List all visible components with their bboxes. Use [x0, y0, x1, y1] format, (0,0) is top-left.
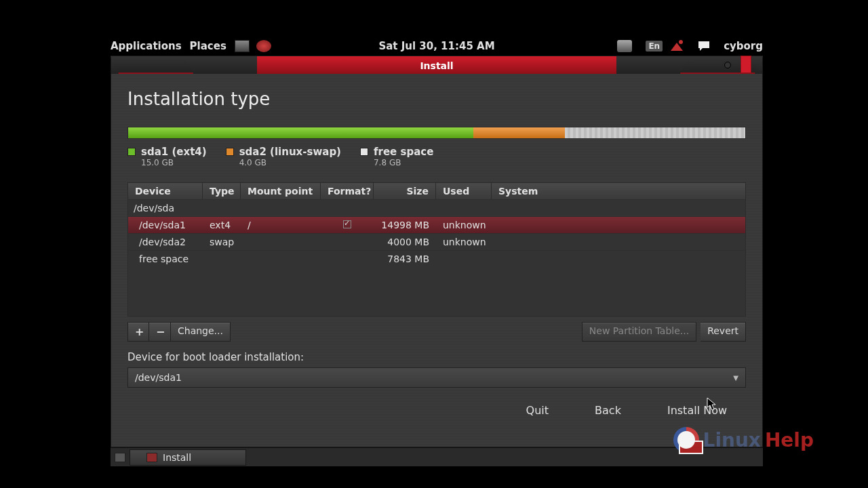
legend-item: sda1 (ext4)15.0 GB [127, 146, 207, 167]
add-partition-button[interactable]: + [127, 322, 149, 342]
partition-segment [128, 127, 473, 138]
legend-label: sda2 (linux-swap) [239, 146, 341, 158]
install-now-button[interactable]: Install Now [648, 400, 746, 421]
legend-swatch [127, 148, 136, 156]
cell-format [321, 251, 374, 267]
legend-item: sda2 (linux-swap)4.0 GB [226, 146, 341, 167]
cell-size [374, 200, 436, 216]
remove-partition-button[interactable]: − [149, 322, 171, 342]
cell-type [203, 251, 241, 267]
menu-places[interactable]: Places [190, 40, 226, 52]
legend-size: 15.0 GB [141, 158, 207, 167]
table-row[interactable]: /dev/sda1 ext4 / 14998 MB unknown [128, 216, 745, 233]
menu-applications[interactable]: Applications [111, 40, 182, 52]
taskbar-item-label: Install [163, 452, 191, 463]
chat-icon[interactable] [698, 40, 710, 52]
col-size: Size [374, 183, 436, 199]
user-menu[interactable]: cyborg [724, 40, 763, 52]
network-icon[interactable] [669, 40, 684, 52]
cell-type [203, 200, 241, 216]
col-used: Used [436, 183, 492, 199]
cell-device: free space [128, 251, 203, 267]
cell-system [492, 200, 745, 216]
page-title: Installation type [127, 89, 746, 109]
keyboard-layout-indicator[interactable]: En [646, 41, 663, 52]
legend-item: free space7.8 GB [360, 146, 433, 167]
cell-device: /dev/sda1 [128, 217, 203, 233]
col-system: System [492, 183, 745, 199]
col-format: Format? [321, 183, 374, 199]
back-button[interactable]: Back [576, 400, 640, 421]
cell-used: unknown [436, 217, 492, 233]
cell-size: 7843 MB [374, 251, 436, 267]
bootloader-device-select[interactable]: /dev/sda1 ▼ [127, 367, 746, 388]
taskbar-item-install[interactable]: Install [130, 449, 246, 466]
panel-icon-1[interactable] [235, 40, 250, 52]
window-title: Install [257, 56, 616, 74]
partition-usage-bar [127, 127, 746, 139]
watermark-logo-icon [673, 427, 699, 453]
revert-button[interactable]: Revert [701, 322, 746, 342]
wizard-footer: Quit Back Install Now [127, 400, 746, 421]
partition-table[interactable]: Device Type Mount point Format? Size Use… [127, 182, 746, 317]
cell-device: /dev/sda [128, 200, 203, 216]
legend-size: 4.0 GB [239, 158, 341, 167]
cell-system [492, 234, 745, 250]
table-row[interactable]: /dev/sda [128, 199, 745, 216]
cell-size: 4000 MB [374, 234, 436, 250]
legend-swatch [226, 148, 234, 156]
cell-mount [241, 251, 321, 267]
cell-device: /dev/sda2 [128, 234, 203, 250]
cell-type: ext4 [203, 217, 241, 233]
change-partition-button[interactable]: Change... [171, 322, 231, 342]
legend-size: 7.8 GB [374, 158, 433, 167]
checkbox-checked-icon[interactable] [343, 220, 351, 228]
installer-window: Install Installation type sda1 (ext4)15.… [111, 56, 763, 447]
legend-swatch [360, 148, 368, 156]
quit-button[interactable]: Quit [507, 400, 568, 421]
cell-mount [241, 200, 321, 216]
new-partition-table-button[interactable]: New Partition Table... [582, 322, 696, 342]
top-panel: Applications Places Sat Jul 30, 11:45 AM… [111, 37, 763, 55]
bottom-taskbar: Install [111, 447, 763, 466]
window-minimize-icon[interactable] [724, 62, 731, 68]
table-row[interactable]: free space 7843 MB [128, 250, 745, 267]
partition-toolbar: + − Change... New Partition Table... Rev… [127, 322, 746, 342]
cell-system [492, 251, 745, 267]
cell-mount: / [241, 217, 321, 233]
cell-format [321, 234, 374, 250]
bootloader-device-value: /dev/sda1 [135, 372, 182, 383]
cell-mount [241, 234, 321, 250]
cell-used [436, 200, 492, 216]
col-mount: Mount point [241, 183, 321, 199]
legend-label: free space [374, 146, 433, 158]
col-device: Device [128, 183, 203, 199]
table-header: Device Type Mount point Format? Size Use… [128, 183, 745, 199]
svg-point-0 [679, 40, 683, 44]
show-desktop-icon[interactable] [115, 453, 125, 462]
chevron-down-icon: ▼ [733, 374, 738, 382]
linuxhelp-watermark: LinuxHelp [673, 427, 814, 453]
partition-legend: sda1 (ext4)15.0 GBsda2 (linux-swap)4.0 G… [127, 146, 746, 167]
table-row[interactable]: /dev/sda2 swap 4000 MB unknown [128, 233, 745, 250]
bootloader-label: Device for boot loader installation: [127, 351, 746, 363]
cell-type: swap [203, 234, 241, 250]
cell-size: 14998 MB [374, 217, 436, 233]
cell-format [321, 217, 374, 233]
partition-segment [565, 127, 745, 138]
window-titlebar[interactable]: Install [111, 56, 762, 74]
legend-label: sda1 (ext4) [141, 146, 207, 158]
cell-used [436, 251, 492, 267]
update-icon[interactable] [617, 40, 632, 52]
cell-system [492, 217, 745, 233]
panel-icon-2[interactable] [256, 40, 271, 52]
partition-segment [473, 127, 566, 138]
cell-format [321, 200, 374, 216]
app-icon [146, 453, 157, 462]
col-type: Type [203, 183, 241, 199]
window-close-icon[interactable] [741, 56, 751, 73]
cell-used: unknown [436, 234, 492, 250]
